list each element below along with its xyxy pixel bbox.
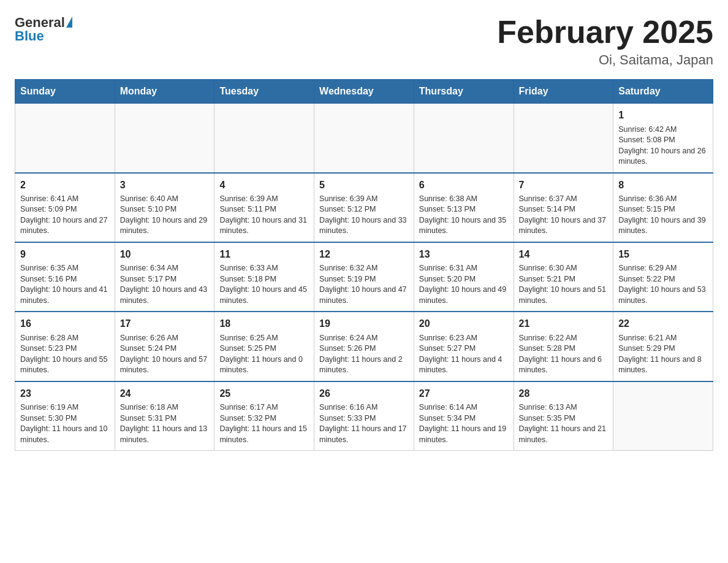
calendar-cell: 11Sunrise: 6:33 AM Sunset: 5:18 PM Dayli… bbox=[214, 242, 314, 312]
weekday-header-thursday: Thursday bbox=[414, 80, 514, 104]
day-number: 5 bbox=[319, 178, 409, 192]
day-info: Sunrise: 6:16 AM Sunset: 5:33 PM Dayligh… bbox=[319, 402, 409, 445]
day-number: 27 bbox=[419, 387, 509, 400]
day-number: 1 bbox=[618, 109, 708, 122]
weekday-header-tuesday: Tuesday bbox=[214, 80, 314, 104]
calendar-cell: 2Sunrise: 6:41 AM Sunset: 5:09 PM Daylig… bbox=[15, 173, 115, 242]
calendar-cell: 13Sunrise: 6:31 AM Sunset: 5:20 PM Dayli… bbox=[414, 242, 514, 312]
day-info: Sunrise: 6:31 AM Sunset: 5:20 PM Dayligh… bbox=[419, 263, 509, 306]
title-block: February 2025 Oi, Saitama, Japan bbox=[497, 15, 713, 68]
calendar-cell: 22Sunrise: 6:21 AM Sunset: 5:29 PM Dayli… bbox=[613, 312, 713, 381]
day-number: 14 bbox=[519, 248, 609, 261]
calendar-cell: 28Sunrise: 6:13 AM Sunset: 5:35 PM Dayli… bbox=[514, 381, 613, 451]
day-number: 10 bbox=[120, 248, 210, 261]
calendar-table: SundayMondayTuesdayWednesdayThursdayFrid… bbox=[15, 79, 713, 451]
calendar-cell bbox=[314, 104, 414, 173]
calendar-cell bbox=[115, 104, 214, 173]
day-number: 6 bbox=[419, 178, 509, 192]
day-info: Sunrise: 6:14 AM Sunset: 5:34 PM Dayligh… bbox=[419, 402, 509, 445]
calendar-cell: 15Sunrise: 6:29 AM Sunset: 5:22 PM Dayli… bbox=[613, 242, 713, 312]
calendar-cell: 19Sunrise: 6:24 AM Sunset: 5:26 PM Dayli… bbox=[314, 312, 414, 381]
day-info: Sunrise: 6:19 AM Sunset: 5:30 PM Dayligh… bbox=[20, 402, 110, 445]
day-info: Sunrise: 6:39 AM Sunset: 5:11 PM Dayligh… bbox=[219, 194, 309, 237]
calendar-cell: 23Sunrise: 6:19 AM Sunset: 5:30 PM Dayli… bbox=[15, 381, 115, 451]
calendar-cell bbox=[15, 104, 115, 173]
day-info: Sunrise: 6:38 AM Sunset: 5:13 PM Dayligh… bbox=[419, 194, 509, 237]
weekday-header-friday: Friday bbox=[514, 80, 613, 104]
calendar-cell: 4Sunrise: 6:39 AM Sunset: 5:11 PM Daylig… bbox=[214, 173, 314, 242]
day-number: 21 bbox=[519, 317, 609, 331]
day-info: Sunrise: 6:13 AM Sunset: 5:35 PM Dayligh… bbox=[519, 402, 609, 445]
day-info: Sunrise: 6:34 AM Sunset: 5:17 PM Dayligh… bbox=[120, 263, 210, 306]
calendar-cell: 27Sunrise: 6:14 AM Sunset: 5:34 PM Dayli… bbox=[414, 381, 514, 451]
logo-blue-text: Blue bbox=[15, 28, 44, 44]
day-number: 19 bbox=[319, 317, 409, 331]
calendar-cell bbox=[214, 104, 314, 173]
day-number: 13 bbox=[419, 248, 509, 261]
page-header: General Blue February 2025 Oi, Saitama, … bbox=[15, 15, 713, 68]
day-info: Sunrise: 6:29 AM Sunset: 5:22 PM Dayligh… bbox=[618, 263, 708, 306]
day-number: 23 bbox=[20, 387, 110, 400]
calendar-cell: 3Sunrise: 6:40 AM Sunset: 5:10 PM Daylig… bbox=[115, 173, 214, 242]
calendar-subtitle: Oi, Saitama, Japan bbox=[497, 52, 713, 68]
calendar-title: February 2025 bbox=[497, 15, 713, 50]
calendar-cell bbox=[514, 104, 613, 173]
day-info: Sunrise: 6:37 AM Sunset: 5:14 PM Dayligh… bbox=[519, 194, 609, 237]
day-info: Sunrise: 6:25 AM Sunset: 5:25 PM Dayligh… bbox=[219, 333, 309, 376]
calendar-cell bbox=[613, 381, 713, 451]
calendar-cell: 14Sunrise: 6:30 AM Sunset: 5:21 PM Dayli… bbox=[514, 242, 613, 312]
day-info: Sunrise: 6:42 AM Sunset: 5:08 PM Dayligh… bbox=[618, 124, 708, 167]
day-number: 25 bbox=[219, 387, 309, 400]
calendar-cell bbox=[414, 104, 514, 173]
day-number: 24 bbox=[120, 387, 210, 400]
calendar-cell: 26Sunrise: 6:16 AM Sunset: 5:33 PM Dayli… bbox=[314, 381, 414, 451]
day-info: Sunrise: 6:36 AM Sunset: 5:15 PM Dayligh… bbox=[618, 194, 708, 237]
calendar-week-row: 1Sunrise: 6:42 AM Sunset: 5:08 PM Daylig… bbox=[15, 104, 713, 173]
day-info: Sunrise: 6:22 AM Sunset: 5:28 PM Dayligh… bbox=[519, 333, 609, 376]
weekday-header-wednesday: Wednesday bbox=[314, 80, 414, 104]
calendar-cell: 25Sunrise: 6:17 AM Sunset: 5:32 PM Dayli… bbox=[214, 381, 314, 451]
day-number: 17 bbox=[120, 317, 210, 331]
calendar-cell: 20Sunrise: 6:23 AM Sunset: 5:27 PM Dayli… bbox=[414, 312, 514, 381]
day-number: 28 bbox=[519, 387, 609, 400]
day-number: 11 bbox=[219, 248, 309, 261]
calendar-body: 1Sunrise: 6:42 AM Sunset: 5:08 PM Daylig… bbox=[15, 104, 713, 451]
day-number: 22 bbox=[618, 317, 708, 331]
calendar-cell: 12Sunrise: 6:32 AM Sunset: 5:19 PM Dayli… bbox=[314, 242, 414, 312]
calendar-cell: 7Sunrise: 6:37 AM Sunset: 5:14 PM Daylig… bbox=[514, 173, 613, 242]
calendar-cell: 21Sunrise: 6:22 AM Sunset: 5:28 PM Dayli… bbox=[514, 312, 613, 381]
calendar-week-row: 16Sunrise: 6:28 AM Sunset: 5:23 PM Dayli… bbox=[15, 312, 713, 381]
day-number: 16 bbox=[20, 317, 110, 331]
day-info: Sunrise: 6:32 AM Sunset: 5:19 PM Dayligh… bbox=[319, 263, 409, 306]
day-number: 9 bbox=[20, 248, 110, 261]
day-info: Sunrise: 6:18 AM Sunset: 5:31 PM Dayligh… bbox=[120, 402, 210, 445]
calendar-cell: 17Sunrise: 6:26 AM Sunset: 5:24 PM Dayli… bbox=[115, 312, 214, 381]
calendar-week-row: 2Sunrise: 6:41 AM Sunset: 5:09 PM Daylig… bbox=[15, 173, 713, 242]
day-info: Sunrise: 6:17 AM Sunset: 5:32 PM Dayligh… bbox=[219, 402, 309, 445]
calendar-cell: 8Sunrise: 6:36 AM Sunset: 5:15 PM Daylig… bbox=[613, 173, 713, 242]
day-info: Sunrise: 6:26 AM Sunset: 5:24 PM Dayligh… bbox=[120, 333, 210, 376]
day-number: 3 bbox=[120, 178, 210, 192]
day-info: Sunrise: 6:23 AM Sunset: 5:27 PM Dayligh… bbox=[419, 333, 509, 376]
calendar-cell: 9Sunrise: 6:35 AM Sunset: 5:16 PM Daylig… bbox=[15, 242, 115, 312]
day-info: Sunrise: 6:21 AM Sunset: 5:29 PM Dayligh… bbox=[618, 333, 708, 376]
calendar-cell: 10Sunrise: 6:34 AM Sunset: 5:17 PM Dayli… bbox=[115, 242, 214, 312]
weekday-row: SundayMondayTuesdayWednesdayThursdayFrid… bbox=[15, 80, 713, 104]
day-info: Sunrise: 6:41 AM Sunset: 5:09 PM Dayligh… bbox=[20, 194, 110, 237]
day-info: Sunrise: 6:35 AM Sunset: 5:16 PM Dayligh… bbox=[20, 263, 110, 306]
calendar-cell: 5Sunrise: 6:39 AM Sunset: 5:12 PM Daylig… bbox=[314, 173, 414, 242]
calendar-header: SundayMondayTuesdayWednesdayThursdayFrid… bbox=[15, 80, 713, 104]
day-number: 7 bbox=[519, 178, 609, 192]
calendar-cell: 6Sunrise: 6:38 AM Sunset: 5:13 PM Daylig… bbox=[414, 173, 514, 242]
calendar-week-row: 23Sunrise: 6:19 AM Sunset: 5:30 PM Dayli… bbox=[15, 381, 713, 451]
day-info: Sunrise: 6:24 AM Sunset: 5:26 PM Dayligh… bbox=[319, 333, 409, 376]
calendar-cell: 16Sunrise: 6:28 AM Sunset: 5:23 PM Dayli… bbox=[15, 312, 115, 381]
day-info: Sunrise: 6:39 AM Sunset: 5:12 PM Dayligh… bbox=[319, 194, 409, 237]
day-info: Sunrise: 6:33 AM Sunset: 5:18 PM Dayligh… bbox=[219, 263, 309, 306]
logo: General Blue bbox=[15, 15, 72, 44]
day-info: Sunrise: 6:28 AM Sunset: 5:23 PM Dayligh… bbox=[20, 333, 110, 376]
weekday-header-saturday: Saturday bbox=[613, 80, 713, 104]
weekday-header-monday: Monday bbox=[115, 80, 214, 104]
day-info: Sunrise: 6:30 AM Sunset: 5:21 PM Dayligh… bbox=[519, 263, 609, 306]
calendar-week-row: 9Sunrise: 6:35 AM Sunset: 5:16 PM Daylig… bbox=[15, 242, 713, 312]
